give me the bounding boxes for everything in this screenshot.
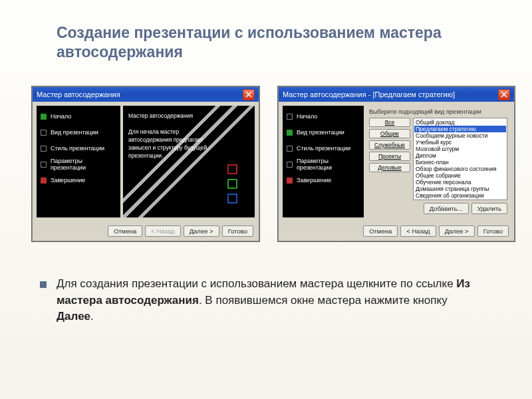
steps-panel: Начало Вид презентации Стиль презентации… [37,106,120,217]
filter-buttons: Все Общие Служебные Проекты Деловые [369,118,410,200]
step-marker-icon [41,162,47,168]
decor-square-icon [227,179,237,189]
close-icon [245,91,252,98]
list-item[interactable]: Обучение персонала [414,179,506,186]
step-marker-icon [287,162,293,168]
content-text: Для начала мастер автосодержания предлаг… [128,128,215,160]
filter-business-button[interactable]: Деловые [369,163,410,172]
prompt-text: Выберите подходящий вид презентации [369,108,507,115]
list-item[interactable]: Обзор финансового состояния [414,166,506,172]
list-item[interactable]: Общее собрание [414,172,506,179]
list-item[interactable]: Бизнес-план [414,159,506,166]
filter-general-button[interactable]: Общие [369,129,410,138]
next-button[interactable]: Далее > [184,225,219,237]
close-button[interactable] [243,89,255,100]
step-type[interactable]: Вид презентации [287,128,360,136]
right-pane: Выберите подходящий вид презентации Все … [366,106,510,217]
step-finish[interactable]: Завершение [41,176,116,184]
step-params[interactable]: Параметры презентации [287,160,360,168]
list-item[interactable]: Сведения об организации [414,192,506,199]
filter-projects-button[interactable]: Проекты [369,152,410,161]
step-finish[interactable]: Завершение [287,176,360,184]
finish-button[interactable]: Готово [222,225,253,237]
add-button[interactable]: Добавить... [424,203,469,214]
step-start[interactable]: Начало [287,112,360,120]
filter-office-button[interactable]: Служебные [369,140,410,150]
step-marker-icon [41,130,47,136]
step-style[interactable]: Стиль презентации [287,144,360,152]
close-button[interactable] [498,89,510,100]
list-item[interactable]: Домашняя страница группы [414,186,506,192]
list-item[interactable]: Сообщаем дурные новости [414,132,506,139]
step-marker-icon [287,114,293,120]
step-marker-icon [41,146,47,152]
window-title: Мастер автосодержания - [Предлагаем стра… [283,90,455,98]
back-button[interactable]: < Назад [145,225,180,237]
body-text: Для создания презентации с использование… [57,276,482,325]
steps-panel: Начало Вид презентации Стиль презентации… [283,106,364,217]
step-style[interactable]: Стиль презентации [41,144,116,152]
finish-button[interactable]: Готово [477,225,509,237]
step-marker-icon [41,114,47,120]
step-marker-icon [41,178,47,184]
step-start[interactable]: Начало [41,112,116,120]
list-item[interactable]: Учебный курс [414,139,506,146]
wizard-buttons: Отмена < Назад Далее > Готово [33,221,259,241]
screenshots-row: Мастер автосодержания Начало Вид презент… [32,86,515,241]
step-marker-icon [287,146,293,152]
step-params[interactable]: Параметры презентации [41,160,116,168]
wizard-window-step1: Мастер автосодержания Начало Вид презент… [32,86,259,241]
decor-square-icon [227,194,237,203]
back-button[interactable]: < Назад [400,225,436,237]
list-item[interactable]: Диплом [414,152,506,159]
list-item[interactable]: Общий доклад [414,119,506,126]
filter-all-button[interactable]: Все [369,118,410,127]
content-title: Мастер автосодержания [128,112,249,119]
window-title: Мастер автосодержания [37,90,120,98]
list-item[interactable]: Предлагаем стратегию [414,126,506,132]
cancel-button[interactable]: Отмена [108,225,142,237]
decor-square-icon [227,164,237,174]
content-area: Мастер автосодержания Для начала мастер … [123,106,255,217]
list-item[interactable]: Мозговой штурм [414,146,506,152]
remove-button[interactable]: Удалить [471,203,507,214]
wizard-buttons: Отмена < Назад Далее > Готово [279,221,514,241]
titlebar: Мастер автосодержания [33,87,259,102]
wizard-window-step2: Мастер автосодержания - [Предлагаем стра… [278,86,515,241]
cancel-button[interactable]: Отмена [363,225,398,237]
template-listbox[interactable]: Общий доклад Предлагаем стратегию Сообща… [413,118,507,200]
next-button[interactable]: Далее > [439,225,475,237]
titlebar: Мастер автосодержания - [Предлагаем стра… [279,87,514,102]
step-marker-icon [287,178,293,184]
step-type[interactable]: Вид презентации [41,128,116,136]
close-icon [501,91,507,98]
step-marker-icon [287,130,293,136]
slide-title: Создание презентации с использованием ма… [57,23,482,62]
bullet-icon [40,281,47,288]
